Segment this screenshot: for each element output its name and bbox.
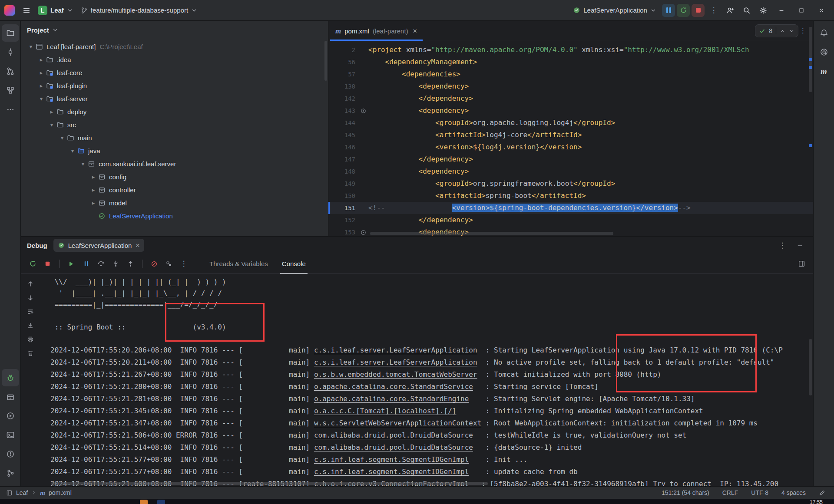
console-logger-link[interactable]: c.s.i.leaf.server.LeafServerApplication — [314, 346, 477, 354]
debug-panel-title[interactable]: Debug — [27, 242, 47, 249]
debug-tool-button[interactable] — [2, 369, 19, 386]
code-line[interactable]: 150 <artifactId>spring-boot</artifactId> — [328, 190, 813, 202]
structure-tool-button[interactable] — [2, 82, 19, 99]
indent-style[interactable]: 4 spaces — [781, 489, 806, 496]
code-line[interactable]: 146 <version>${log4j.version}</version> — [328, 141, 813, 153]
rerun-button[interactable] — [677, 4, 690, 17]
layout-settings-icon[interactable] — [795, 257, 808, 270]
pause-debug-button[interactable] — [79, 257, 93, 270]
tab-close-icon[interactable]: ✕ — [413, 28, 417, 34]
ai-assistant-button[interactable] — [815, 43, 833, 61]
debug-more-icon[interactable]: ⋮ — [177, 257, 190, 270]
caret-position[interactable]: 151:21 (54 chars) — [662, 489, 709, 496]
code-line[interactable]: 142 </dependency> — [328, 92, 813, 105]
search-everywhere-button[interactable] — [739, 3, 754, 18]
console-logger-link[interactable]: c.s.inf.leaf.segment.SegmentIDGenImpl — [314, 455, 469, 464]
more-tool-windows-button[interactable] — [2, 101, 19, 118]
tree-item[interactable]: ▾Leaf [leaf-parent]C:\Project\Leaf — [21, 40, 328, 53]
editor-hscrollbar-thumb[interactable] — [370, 232, 613, 235]
code-line[interactable]: 138 <dependency> — [328, 80, 813, 92]
code-line[interactable]: 57 <dependencies> — [328, 68, 813, 80]
console-logger-link[interactable]: com.alibaba.druid.pool.DruidDataSource — [314, 431, 473, 439]
main-menu-button[interactable] — [19, 3, 34, 18]
tree-item[interactable]: ▾leaf-server — [21, 92, 328, 105]
soft-wrap-icon[interactable] — [24, 305, 37, 318]
maven-tool-button[interactable]: m — [815, 63, 833, 80]
tree-item[interactable]: ▾src — [21, 118, 328, 131]
console-logger-link[interactable]: o.apache.catalina.core.StandardService — [314, 382, 473, 391]
debug-tab-threads-variables[interactable]: Threads & Variables — [203, 254, 274, 274]
scroll-to-end-icon[interactable] — [24, 319, 37, 332]
vcs-branch-widget[interactable]: feature/multiple-database-support — [77, 3, 201, 18]
rerun-debug-button[interactable] — [26, 257, 39, 270]
console-logger-link[interactable]: c.s.inf.leaf.segment.SegmentIDGenImpl — [314, 468, 469, 476]
view-breakpoints-button[interactable] — [162, 257, 175, 270]
console-logger-link[interactable]: w.s.c.ServletWebServerApplicationContext — [314, 419, 481, 427]
tree-item[interactable]: ▾main — [21, 131, 328, 144]
mute-breakpoints-button[interactable] — [148, 257, 161, 270]
build-tool-button[interactable] — [2, 388, 19, 405]
chevron-right-icon[interactable]: ▸ — [47, 109, 56, 115]
stop-button[interactable] — [692, 4, 705, 17]
settings-button[interactable] — [756, 3, 771, 18]
chevron-down-icon[interactable]: ▾ — [68, 148, 77, 154]
console-hscrollbar-thumb[interactable] — [51, 482, 488, 485]
chevron-right-icon[interactable]: ▸ — [36, 56, 46, 63]
intellij-logo-icon[interactable] — [4, 5, 15, 16]
chevron-right-icon[interactable]: ▸ — [89, 200, 98, 206]
minimize-button[interactable] — [772, 3, 791, 18]
close-button[interactable] — [812, 3, 831, 18]
project-scrollbar-thumb[interactable] — [324, 41, 327, 81]
chevron-right-icon[interactable]: ▸ — [89, 174, 98, 180]
tree-item[interactable]: ▸config — [21, 170, 328, 183]
more-actions-button[interactable]: ⋮ — [706, 3, 721, 18]
tree-item[interactable]: ▾java — [21, 144, 328, 157]
version-control-tool-button[interactable] — [2, 464, 19, 482]
down-stack-icon[interactable] — [24, 291, 37, 304]
step-into-button[interactable] — [109, 257, 122, 270]
hide-tool-window-icon[interactable] — [792, 238, 807, 253]
maximize-button[interactable] — [792, 3, 811, 18]
code-line[interactable]: 2<project xmlns="http://maven.apache.org… — [328, 44, 813, 56]
dependency-gutter-icon[interactable] — [358, 226, 368, 236]
console-logger-link[interactable]: o.apache.catalina.core.StandardEngine — [314, 395, 469, 403]
debug-session-tab[interactable]: LeafServerApplication ✕ — [53, 239, 145, 252]
taskbar-app-icon[interactable] — [157, 500, 165, 504]
chevron-right-icon[interactable]: ▸ — [36, 69, 46, 76]
chevron-down-icon[interactable]: ▾ — [36, 96, 46, 102]
code-line[interactable]: 149 <groupId>org.springframework.boot</g… — [328, 178, 813, 190]
breadcrumb-file[interactable]: pom.xml — [49, 489, 72, 496]
code-line[interactable]: 144 <groupId>org.apache.logging.log4j</g… — [328, 117, 813, 129]
code-line[interactable]: 145 <artifactId>log4j-core</artifactId> — [328, 129, 813, 141]
tree-item[interactable]: LeafServerApplication — [21, 209, 328, 222]
chevron-down-icon[interactable]: ▾ — [78, 161, 88, 167]
chevron-right-icon[interactable]: ▸ — [89, 187, 98, 193]
step-over-button[interactable] — [94, 257, 107, 270]
run-config-widget[interactable]: LeafServerApplication — [569, 3, 660, 18]
code-with-me-button[interactable] — [723, 3, 738, 18]
print-icon[interactable] — [24, 333, 37, 346]
tree-item[interactable]: ▸model — [21, 196, 328, 209]
step-out-button[interactable] — [124, 257, 137, 270]
session-close-icon[interactable]: ✕ — [135, 242, 140, 249]
tree-item[interactable]: ▸.idea — [21, 53, 328, 66]
line-separator[interactable]: CRLF — [722, 489, 738, 496]
chevron-down-icon[interactable]: ▾ — [57, 135, 67, 141]
code-line[interactable]: 143 <dependency> — [328, 105, 813, 117]
console-logger-link[interactable]: c.s.i.leaf.server.LeafServerApplication — [314, 358, 477, 366]
tool-window-widget-icon[interactable] — [6, 490, 13, 496]
tree-item[interactable]: ▸deploy — [21, 105, 328, 118]
chevron-down-icon[interactable]: ▾ — [47, 122, 56, 128]
commit-tool-button[interactable] — [2, 43, 19, 61]
code-line[interactable]: 148 <dependency> — [328, 165, 813, 178]
tree-item[interactable]: ▸controller — [21, 183, 328, 196]
problems-tool-button[interactable] — [2, 445, 19, 463]
project-widget[interactable]: L Leaf — [34, 3, 77, 18]
inspections-widget[interactable]: 8 — [755, 24, 798, 37]
file-encoding[interactable]: UTF-8 — [751, 489, 768, 496]
editor-tab-pom-xml[interactable]: m pom.xml (leaf-parent) ✕ — [330, 21, 423, 41]
taskbar-app-icon[interactable] — [140, 500, 148, 504]
console-logger-link[interactable]: o.s.b.w.embedded.tomcat.TomcatWebServer — [314, 370, 477, 379]
clear-all-icon[interactable] — [24, 347, 37, 360]
tree-item[interactable]: ▸leaf-plugin — [21, 79, 328, 92]
